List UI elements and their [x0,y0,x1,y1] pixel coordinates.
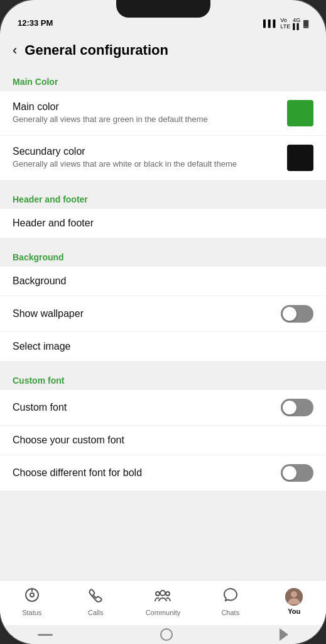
chats-icon [222,587,239,607]
section-main-color: Main Color Main color Generally all view… [0,67,326,180]
secondary-color-title: Secundary color [13,146,287,157]
header-footer-group: Header and footer [0,209,326,238]
network-4g: 4G▌▌ [293,17,301,30]
show-wallpaper-item[interactable]: Show wallpaper [0,296,326,332]
svg-point-1 [30,593,34,597]
calls-label: Calls [88,609,103,616]
section-background: Background Background Show wallpaper [0,243,326,361]
battery-icon: ▓ [303,19,308,27]
section-header-hf: Header and footer [0,185,326,209]
choose-custom-font-item[interactable]: Choose your custom font [0,426,326,455]
divider-2 [0,238,326,243]
main-color-group: Main color Generally all views that are … [0,91,326,180]
you-label: You [288,608,300,615]
back-button[interactable]: ‹ [13,42,17,58]
select-image-item[interactable]: Select image [0,332,326,361]
choose-custom-font-title: Choose your custom font [13,435,313,446]
main-color-title: Main color [13,101,287,113]
status-label: Status [22,609,41,616]
show-wallpaper-title: Show wallpaper [13,308,281,319]
status-icons: ▌▌▌ VoLTE 4G▌▌ ▓ [263,17,308,30]
section-custom-font: Custom font Custom font Choose your cust… [0,366,326,491]
home-icon [160,628,173,641]
home-indicator [0,625,326,644]
section-header-bg: Background [0,243,326,267]
notch [116,0,210,18]
section-label-bg: Background [13,252,64,262]
show-wallpaper-toggle[interactable] [281,305,313,323]
custom-font-item[interactable]: Custom font [0,390,326,426]
section-label-main-color: Main Color [13,77,58,87]
select-image-title: Select image [13,341,313,352]
section-header-footer: Header and footer Header and footer [0,185,326,238]
divider-4 [0,491,326,496]
header-footer-item[interactable]: Header and footer [0,209,326,238]
custom-font-title: Custom font [13,402,281,413]
calls-icon [87,587,104,607]
background-title: Background [13,275,313,287]
network-label: VoLTE [280,17,290,30]
status-icon [24,587,40,607]
screen: ‹ General configuration Main Color Main … [0,35,326,644]
signal-icon: ▌▌▌ [263,19,278,27]
section-label-cf: Custom font [13,375,64,386]
main-color-desc: Generally all views that are green in th… [13,114,287,125]
settings-content: Main Color Main color Generally all view… [0,67,326,580]
section-header-cf: Custom font [0,366,326,390]
page-title: General configuration [24,42,168,58]
svg-point-5 [166,592,170,596]
chats-label: Chats [221,609,239,616]
nav-item-calls[interactable]: Calls [77,584,114,619]
section-header-main-color: Main Color [0,67,326,91]
background-item[interactable]: Background [0,267,326,296]
choose-bold-font-title: Choose different font for bold [13,467,281,479]
secondary-color-desc: Generally all views that are white or bl… [13,158,287,170]
svg-point-4 [156,592,160,596]
menu-icon [38,634,53,636]
nav-item-you[interactable]: You [275,586,313,618]
header-footer-title: Header and footer [13,218,313,229]
main-color-swatch[interactable] [287,100,313,126]
divider-1 [0,180,326,185]
status-time: 12:33 PM [18,18,53,28]
choose-bold-font-item[interactable]: Choose different font for bold [0,455,326,491]
bottom-nav: Status Calls [0,580,326,625]
nav-item-status[interactable]: Status [13,584,51,619]
choose-bold-font-toggle[interactable] [281,464,313,482]
main-color-item[interactable]: Main color Generally all views that are … [0,91,326,136]
background-group: Background Show wallpaper Select image [0,267,326,361]
phone-shell: 12:33 PM ▌▌▌ VoLTE 4G▌▌ ▓ ‹ General conf… [0,0,326,644]
secondary-color-item[interactable]: Secundary color Generally all views that… [0,136,326,180]
divider-3 [0,361,326,366]
nav-item-community[interactable]: Community [141,584,186,619]
svg-point-3 [160,591,165,596]
nav-item-chats[interactable]: Chats [212,584,249,619]
custom-font-group: Custom font Choose your custom font Choo… [0,390,326,491]
you-avatar [285,588,303,606]
page-header: ‹ General configuration [0,35,326,67]
back-icon [280,628,288,641]
svg-point-7 [291,591,297,597]
section-label-hf: Header and footer [13,194,88,204]
custom-font-toggle[interactable] [281,399,313,416]
community-label: Community [146,609,181,616]
secondary-color-swatch[interactable] [287,145,313,171]
community-icon [154,587,171,607]
